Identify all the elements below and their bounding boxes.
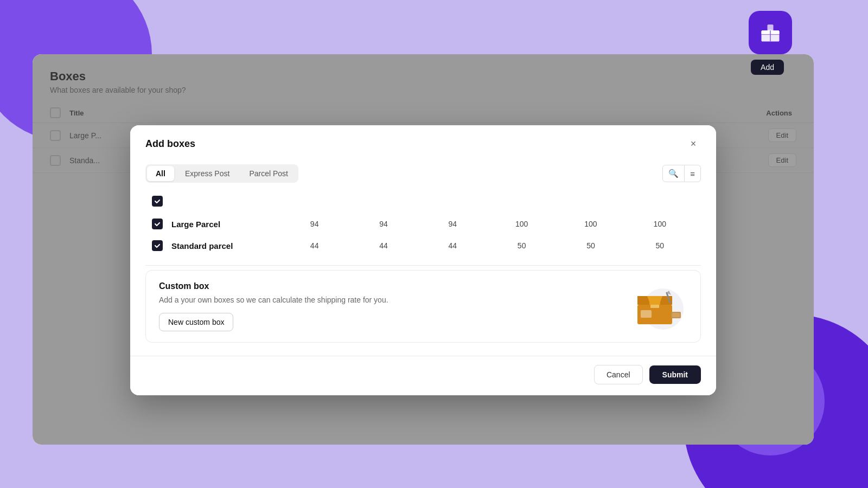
select-all-checkbox-checked[interactable] (152, 196, 163, 207)
item-value: 50 (506, 241, 538, 250)
item-checkbox-large-parcel[interactable] (152, 219, 163, 229)
app-icon (749, 11, 792, 54)
item-list: Large Parcel 94 94 94 100 100 100 Stand (130, 191, 716, 261)
cancel-button[interactable]: Cancel (594, 365, 643, 384)
item-values: 44 44 44 50 50 50 (280, 241, 694, 250)
item-values: 94 94 94 100 100 100 (280, 220, 694, 228)
item-value: 50 (643, 241, 676, 250)
page-background: Boxes What boxes are available for your … (33, 54, 814, 445)
add-boxes-modal: Add boxes × All Express Post Parcel Post… (130, 125, 716, 395)
modal-footer: Cancel Submit (130, 356, 716, 395)
item-name: Large Parcel (171, 219, 280, 228)
item-value: 44 (367, 241, 400, 250)
new-custom-box-button[interactable]: New custom box (159, 313, 233, 331)
item-value: 100 (643, 220, 676, 228)
item-value: 100 (506, 220, 538, 228)
modal-close-button[interactable]: × (686, 136, 701, 151)
item-value: 44 (298, 241, 331, 250)
svg-rect-12 (650, 305, 659, 308)
filter-icon[interactable]: ≡ (685, 165, 700, 181)
modal-header: Add boxes × (130, 125, 716, 160)
custom-box-content: Custom box Add a your own boxes so we ca… (159, 281, 611, 331)
custom-box-description: Add a your own boxes so we can calculate… (159, 296, 611, 304)
item-value: 44 (436, 241, 469, 250)
modal-title: Add boxes (145, 138, 195, 149)
filter-tabs: All Express Post Parcel Post (145, 164, 298, 183)
select-all-row (145, 191, 701, 211)
submit-button[interactable]: Submit (649, 365, 701, 384)
filter-tab-express[interactable]: Express Post (176, 166, 238, 181)
item-value: 50 (575, 241, 607, 250)
custom-box-title: Custom box (159, 281, 611, 291)
item-name: Standard parcel (171, 241, 280, 250)
svg-rect-11 (649, 296, 660, 305)
svg-rect-17 (672, 313, 680, 317)
search-filter-combined[interactable]: 🔍 ≡ (662, 165, 701, 182)
list-item: Large Parcel 94 94 94 100 100 100 (145, 213, 701, 235)
custom-box-section: Custom box Add a your own boxes so we ca… (145, 270, 701, 343)
item-value: 94 (298, 220, 331, 228)
item-value: 94 (436, 220, 469, 228)
filter-actions: 🔍 ≡ (662, 165, 701, 182)
item-value: 100 (575, 220, 607, 228)
list-item: Standard parcel 44 44 44 50 50 50 (145, 235, 701, 256)
search-icon[interactable]: 🔍 (663, 165, 685, 182)
filter-bar: All Express Post Parcel Post 🔍 ≡ (130, 160, 716, 191)
item-checkbox-standard-parcel[interactable] (152, 240, 163, 251)
box-illustration (622, 282, 687, 331)
divider (145, 265, 701, 266)
add-button[interactable]: Add (751, 60, 784, 75)
filter-tab-all[interactable]: All (147, 166, 174, 181)
filter-tab-parcel[interactable]: Parcel Post (240, 166, 297, 181)
item-value: 94 (367, 220, 400, 228)
svg-rect-13 (641, 310, 652, 318)
